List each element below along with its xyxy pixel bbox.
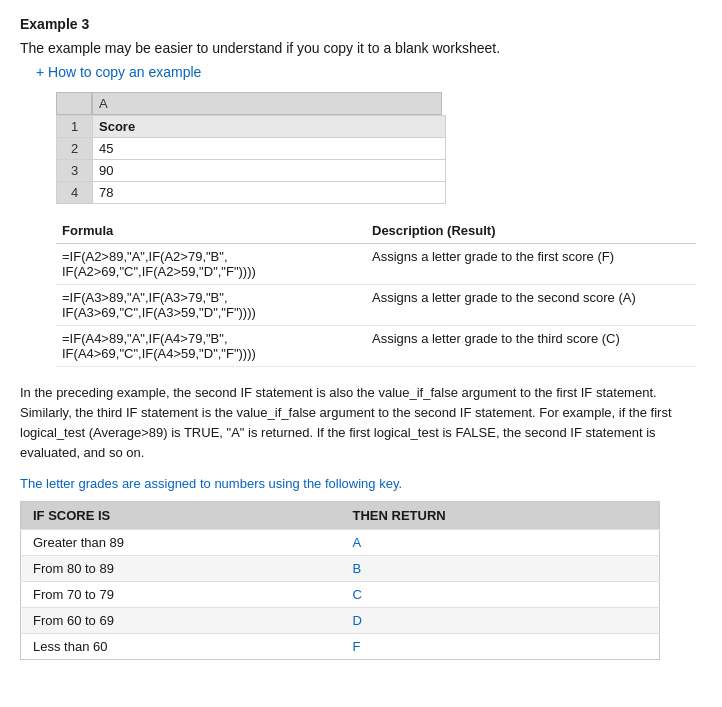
- sheet-cell: 45: [93, 138, 446, 160]
- sheet-cell: 90: [93, 160, 446, 182]
- spreadsheet: A 1Score245390478: [56, 92, 446, 204]
- description-text: In the preceding example, the second IF …: [20, 383, 702, 464]
- grade-value: C: [341, 581, 660, 607]
- row-number: 3: [57, 160, 93, 182]
- grade-score: From 80 to 89: [21, 555, 341, 581]
- formula-cell: =IF(A2>89,"A",IF(A2>79,"B",IF(A2>69,"C",…: [56, 244, 366, 285]
- formula-table: Formula Description (Result) =IF(A2>89,"…: [56, 218, 696, 367]
- col-header-a: A: [92, 92, 442, 115]
- desc-col-header: Description (Result): [366, 218, 696, 244]
- formula-col-header: Formula: [56, 218, 366, 244]
- grade-value: B: [341, 555, 660, 581]
- grade-score: From 60 to 69: [21, 607, 341, 633]
- formula-cell: =IF(A4>89,"A",IF(A4>79,"B",IF(A4>69,"C",…: [56, 326, 366, 367]
- row-number: 4: [57, 182, 93, 204]
- description-cell: Assigns a letter grade to the first scor…: [366, 244, 696, 285]
- example-title: Example 3: [20, 16, 702, 32]
- intro-text: The example may be easier to understand …: [20, 40, 702, 56]
- grade-value: F: [341, 633, 660, 659]
- grade-score: Greater than 89: [21, 529, 341, 555]
- grade-score: From 70 to 79: [21, 581, 341, 607]
- description-cell: Assigns a letter grade to the third scor…: [366, 326, 696, 367]
- grade-col2-header: THEN RETURN: [341, 501, 660, 529]
- sheet-cell: Score: [93, 116, 446, 138]
- formula-cell: =IF(A3>89,"A",IF(A3>79,"B",IF(A3>69,"C",…: [56, 285, 366, 326]
- row-number: 1: [57, 116, 93, 138]
- grade-col1-header: IF SCORE IS: [21, 501, 341, 529]
- grade-value: D: [341, 607, 660, 633]
- sheet-table: 1Score245390478: [56, 115, 446, 204]
- sheet-cell: 78: [93, 182, 446, 204]
- description-cell: Assigns a letter grade to the second sco…: [366, 285, 696, 326]
- grade-note: The letter grades are assigned to number…: [20, 476, 702, 491]
- grade-table: IF SCORE IS THEN RETURN Greater than 89A…: [20, 501, 660, 660]
- howto-link[interactable]: + How to copy an example: [36, 64, 702, 80]
- grade-score: Less than 60: [21, 633, 341, 659]
- row-number: 2: [57, 138, 93, 160]
- grade-value: A: [341, 529, 660, 555]
